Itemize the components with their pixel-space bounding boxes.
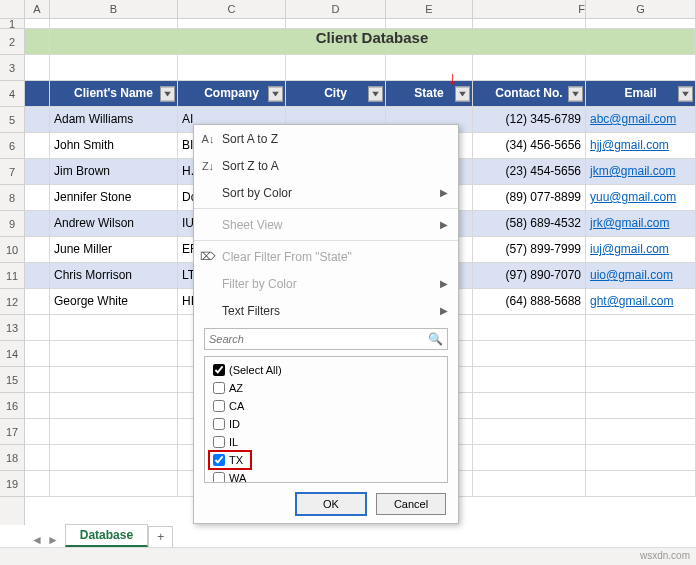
row-header-4[interactable]: 4 — [0, 81, 24, 107]
row-headers: 1 2 3 4 5 6 7 8 9 10 11 12 13 14 15 16 1… — [0, 19, 25, 525]
cancel-button[interactable]: Cancel — [376, 493, 446, 515]
sort-az-icon: A↓ — [200, 133, 216, 145]
row-header-5[interactable]: 5 — [0, 107, 24, 133]
filter-dropdown-company[interactable] — [268, 86, 283, 101]
sort-za-icon: Z↓ — [200, 160, 216, 172]
sort-za[interactable]: Z↓Sort Z to A — [194, 152, 458, 179]
header-state[interactable]: State — [386, 81, 473, 106]
sheet-view: Sheet View▶ — [194, 211, 458, 238]
tab-add[interactable]: + — [148, 526, 173, 547]
col-header-B[interactable]: B — [50, 0, 178, 18]
sort-by-color[interactable]: Sort by Color▶ — [194, 179, 458, 206]
filter-dropdown-email[interactable] — [678, 86, 693, 101]
filter-checklist[interactable]: (Select All) AZ CA ID IL TX WA — [204, 356, 448, 483]
filter-dropdown-name[interactable] — [160, 86, 175, 101]
col-header-A[interactable]: A — [25, 0, 50, 18]
tab-prev-icon[interactable]: ◄ — [31, 533, 43, 547]
header-contact[interactable]: Contact No. — [473, 81, 586, 106]
tab-nav[interactable]: ◄► — [25, 533, 65, 547]
row-header-15[interactable]: 15 — [0, 367, 24, 393]
email-link[interactable]: yuu@gmail.com — [586, 185, 696, 210]
watermark: wsxdn.com — [640, 550, 690, 561]
text-filters[interactable]: Text Filters▶ — [194, 297, 458, 324]
sheet-tabs: ◄► Database + — [25, 525, 173, 547]
chevron-right-icon: ▶ — [440, 278, 448, 289]
chevron-right-icon: ▶ — [440, 187, 448, 198]
check-il[interactable]: IL — [209, 433, 443, 451]
status-bar — [0, 547, 696, 565]
row-header-9[interactable]: 9 — [0, 211, 24, 237]
row-header-8[interactable]: 8 — [0, 185, 24, 211]
row-header-13[interactable]: 13 — [0, 315, 24, 341]
chevron-right-icon: ▶ — [440, 219, 448, 230]
filter-dropdown-city[interactable] — [368, 86, 383, 101]
sort-az[interactable]: A↓Sort A to Z — [194, 125, 458, 152]
check-wa[interactable]: WA — [209, 469, 443, 483]
col-header-F[interactable]: F — [473, 0, 586, 18]
filter-dropdown-state[interactable] — [455, 86, 470, 101]
row-header-6[interactable]: 6 — [0, 133, 24, 159]
row-header-3[interactable]: 3 — [0, 55, 24, 81]
chevron-right-icon: ▶ — [440, 305, 448, 316]
header-company[interactable]: Company — [178, 81, 286, 106]
ok-button[interactable]: OK — [296, 493, 366, 515]
row-header-2[interactable]: 2 — [0, 29, 24, 55]
col-header-G[interactable]: G — [586, 0, 696, 18]
tab-next-icon[interactable]: ► — [47, 533, 59, 547]
column-headers: A B C D E F G — [0, 0, 696, 19]
row-header-16[interactable]: 16 — [0, 393, 24, 419]
search-input[interactable] — [209, 333, 428, 345]
row-header-19[interactable]: 19 — [0, 471, 24, 497]
row-header-7[interactable]: 7 — [0, 159, 24, 185]
col-header-E[interactable]: E — [386, 0, 473, 18]
row-header-14[interactable]: 14 — [0, 341, 24, 367]
filter-by-color: Filter by Color▶ — [194, 270, 458, 297]
row-header-12[interactable]: 12 — [0, 289, 24, 315]
check-az[interactable]: AZ — [209, 379, 443, 397]
filter-search[interactable]: 🔍 — [204, 328, 448, 350]
check-ca[interactable]: CA — [209, 397, 443, 415]
email-link[interactable]: uio@gmail.com — [586, 263, 696, 288]
annotation-arrow-down: ↓ — [448, 68, 457, 89]
row-header-10[interactable]: 10 — [0, 237, 24, 263]
header-city[interactable]: City — [286, 81, 386, 106]
clear-filter-icon: ⌦ — [200, 250, 216, 263]
tab-database[interactable]: Database — [65, 524, 148, 547]
row-header-1[interactable]: 1 — [0, 19, 24, 29]
email-link[interactable]: jrk@gmail.com — [586, 211, 696, 236]
check-id[interactable]: ID — [209, 415, 443, 433]
email-link[interactable]: abc@gmail.com — [586, 107, 696, 132]
search-icon: 🔍 — [428, 332, 443, 346]
clear-filter: ⌦Clear Filter From "State" — [194, 243, 458, 270]
row-header-18[interactable]: 18 — [0, 445, 24, 471]
page-title: Client Database — [50, 29, 695, 54]
row-header-11[interactable]: 11 — [0, 263, 24, 289]
email-link[interactable]: ght@gmail.com — [586, 289, 696, 314]
select-all-corner[interactable] — [0, 0, 25, 18]
email-link[interactable]: iuj@gmail.com — [586, 237, 696, 262]
table-header-row: Client's Name Company City State Contact… — [25, 81, 696, 107]
col-header-C[interactable]: C — [178, 0, 286, 18]
filter-menu: A↓Sort A to Z Z↓Sort Z to A Sort by Colo… — [193, 124, 459, 524]
col-header-D[interactable]: D — [286, 0, 386, 18]
check-tx[interactable]: TX — [209, 451, 251, 469]
header-name[interactable]: Client's Name — [50, 81, 178, 106]
email-link[interactable]: hjj@gmail.com — [586, 133, 696, 158]
filter-dropdown-contact[interactable] — [568, 86, 583, 101]
header-email[interactable]: Email — [586, 81, 696, 106]
check-select-all[interactable]: (Select All) — [209, 361, 443, 379]
email-link[interactable]: jkm@gmail.com — [586, 159, 696, 184]
row-header-17[interactable]: 17 — [0, 419, 24, 445]
